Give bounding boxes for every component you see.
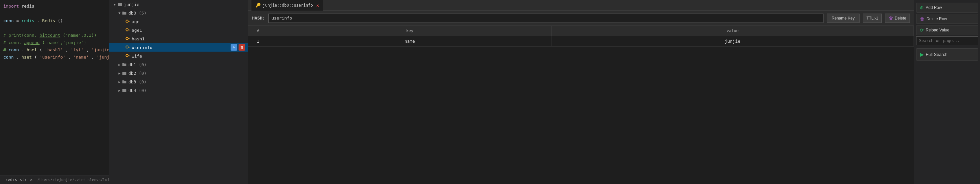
full-search-icon: ▶	[920, 51, 924, 57]
tree-item-wife[interactable]: wife	[109, 52, 248, 60]
code-text: (	[34, 55, 37, 60]
code-text: =	[16, 18, 22, 23]
file-tab[interactable]: redis_str ✕ /Users/xiejunjie/.virtualenv…	[0, 175, 109, 184]
code-text: ,	[86, 47, 89, 52]
key-icon	[125, 45, 130, 50]
svg-rect-1	[128, 21, 130, 22]
folder-icon	[122, 70, 127, 76]
code-comment-rest: ('name','junjie')	[42, 40, 86, 45]
col-header-key: key	[268, 26, 552, 36]
tree-db0-label: db0 (5)	[127, 11, 248, 16]
tree-item-db3[interactable]: ▶ db3 (0)	[109, 78, 248, 86]
tree-item-db1[interactable]: ▶ db1 (0)	[109, 60, 248, 69]
tab-userinfo[interactable]: 🔑 junjie::db0::userinfo ✕	[251, 0, 323, 11]
tree-item-db4[interactable]: ▶ db4 (0)	[109, 86, 248, 95]
tree-db3-label: db3 (0)	[127, 79, 248, 84]
code-text: .	[37, 18, 40, 23]
col-header-value: value	[552, 26, 914, 36]
tree-db1-label: db1 (0)	[127, 62, 248, 67]
tree-item-userinfo[interactable]: userinfo ✎ 🗑	[109, 43, 248, 52]
tab-title: junjie::db0::userinfo	[263, 3, 313, 8]
code-string: 'junjie'	[97, 55, 109, 60]
hash-label: HASH:	[252, 16, 265, 21]
hash-table: # key value 1 name junjie	[248, 26, 914, 47]
code-comment-underline: bitcount	[40, 33, 60, 38]
tree-root[interactable]: ▶ junjie	[109, 0, 248, 9]
reload-icon: ⟳	[920, 27, 924, 33]
delete-row-label: Delete Row	[926, 17, 947, 21]
tree-item-age[interactable]: age	[109, 17, 248, 26]
tab-close-button[interactable]: ✕	[316, 3, 319, 8]
folder-icon	[122, 88, 127, 93]
svg-rect-2	[129, 22, 129, 22]
svg-point-6	[126, 37, 128, 40]
code-func: hset	[22, 55, 32, 60]
key-icon	[125, 36, 130, 41]
ttl-display: TTL:-1	[863, 14, 882, 23]
file-tab-name: redis_str	[5, 178, 27, 182]
table-row[interactable]: 1 name junjie	[248, 36, 914, 47]
svg-rect-5	[129, 30, 129, 31]
expand-icon: ▼	[117, 11, 122, 15]
delete-icon: 🗑	[889, 16, 893, 21]
code-comment-underline2: append	[24, 40, 40, 45]
file-tab-close[interactable]: ✕	[30, 178, 32, 182]
tree-panel: ▶ junjie ▼ db0 (5) age	[109, 0, 248, 184]
delete-button[interactable]: 🗑 Delete	[885, 14, 910, 23]
code-string: 'name'	[73, 55, 89, 60]
code-comment-text: print(conn.	[9, 33, 37, 38]
expand-icon: ▶	[113, 2, 117, 6]
code-panel: import redis conn = redis . Redis () # p…	[0, 0, 109, 184]
code-line-5: # print(conn. bitcount ('name',0,1))	[3, 32, 105, 39]
code-comment-text2: ('name',0,1))	[63, 33, 97, 38]
code-comment: # conn.	[3, 40, 22, 45]
add-row-button[interactable]: ⊕ Add Row	[916, 3, 978, 13]
tree-db2-label: db2 (0)	[127, 71, 248, 76]
tree-item-db2[interactable]: ▶ db2 (0)	[109, 69, 248, 78]
table-header-row: # key value	[248, 26, 914, 36]
svg-rect-10	[128, 47, 130, 48]
reload-value-button[interactable]: ⟳ Reload Value	[916, 25, 978, 35]
main-panel: 🔑 junjie::db0::userinfo ✕ HASH: Rename K…	[248, 0, 914, 184]
key-icon	[125, 27, 130, 33]
search-on-page-input[interactable]	[916, 36, 978, 45]
code-dot: .	[16, 55, 19, 60]
tree-item-db0[interactable]: ▼ db0 (5)	[109, 9, 248, 17]
code-text: ,	[65, 47, 68, 52]
cell-key: name	[268, 36, 552, 47]
code-string: 'junjie'	[91, 47, 109, 52]
svg-point-3	[126, 29, 128, 31]
code-line-7: # conn . hset ( 'hash1' , 'lyf' , 'junji…	[3, 46, 105, 54]
delete-row-button[interactable]: 🗑 Delete Row	[916, 14, 978, 24]
hash-key-input[interactable]	[268, 14, 823, 23]
tab-key-icon: 🔑	[255, 3, 261, 8]
tab-bar: 🔑 junjie::db0::userinfo ✕	[248, 0, 914, 11]
code-line-3: conn = redis . Redis ()	[3, 17, 105, 24]
full-search-button[interactable]: ▶ Full Search	[916, 48, 978, 60]
tree-wife-label: wife	[130, 54, 248, 59]
code-string: 'userinfo'	[40, 55, 65, 60]
code-text: ,	[68, 55, 71, 60]
code-class: redis	[22, 18, 34, 23]
code-comment: #	[3, 33, 9, 38]
rename-key-button[interactable]: Rename Key	[827, 14, 859, 23]
cell-num: 1	[248, 36, 268, 47]
tree-item-age1[interactable]: age1	[109, 26, 248, 35]
code-func: Redis	[42, 18, 55, 23]
code-string: 'hash1'	[45, 47, 63, 52]
item-actions: ✎ 🗑	[231, 44, 245, 51]
code-line-6: # conn. append ('name','junjie')	[3, 39, 105, 46]
expand-icon: ▶	[117, 71, 122, 75]
delete-key-button[interactable]: 🗑	[239, 44, 245, 51]
svg-rect-13	[128, 56, 130, 56]
svg-rect-8	[129, 39, 129, 40]
tree-item-hash1[interactable]: hash1	[109, 35, 248, 43]
cell-value: junjie	[552, 36, 914, 47]
folder-icon	[122, 10, 127, 16]
full-search-label: Full Search	[926, 52, 948, 57]
expand-icon: ▶	[117, 62, 122, 67]
edit-key-button[interactable]: ✎	[231, 44, 237, 51]
svg-point-0	[126, 20, 128, 22]
code-var: conn	[3, 55, 14, 60]
reload-value-label: Reload Value	[926, 28, 949, 32]
